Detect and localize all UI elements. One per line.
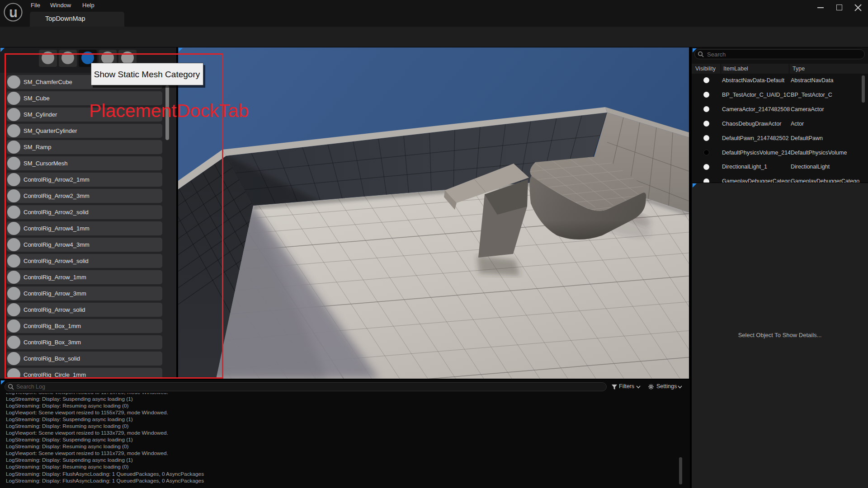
svg-text:u: u [9, 5, 18, 20]
